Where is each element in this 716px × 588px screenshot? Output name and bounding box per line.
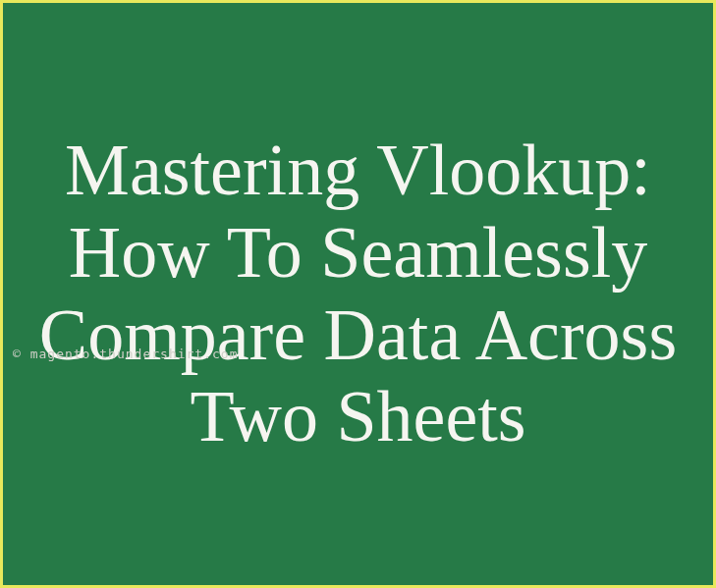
page-title: Mastering Vlookup: How To Seamlessly Com… (3, 130, 713, 457)
watermark-text: © magento.thundershirt.com (13, 347, 239, 361)
